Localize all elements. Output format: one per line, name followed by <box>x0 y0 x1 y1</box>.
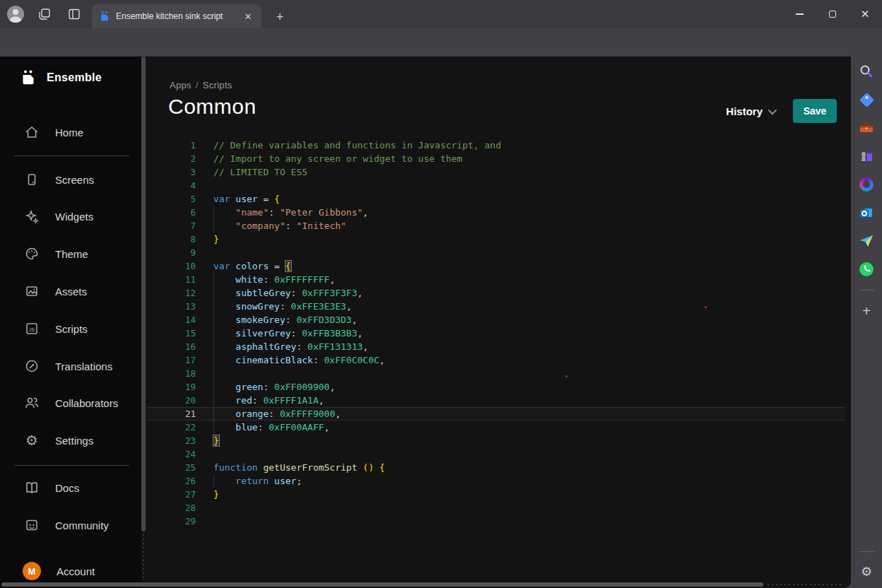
code-line[interactable]: 16 asphaltGrey: 0xFF131313, <box>146 340 845 353</box>
code-text: } <box>213 434 219 447</box>
sidebar-item-assets[interactable]: Assets <box>0 279 141 303</box>
microsoft-365-icon[interactable] <box>858 176 875 193</box>
code-line[interactable]: 13 snowGrey: 0xFFE3E3E3, <box>146 300 845 313</box>
sidebar-item-scripts[interactable]: JS Scripts <box>0 317 141 341</box>
code-line[interactable]: 5var user = { <box>146 192 845 206</box>
sidebar-item-settings[interactable]: ⚙ Settings <box>0 428 141 452</box>
line-number: 8 <box>146 233 196 246</box>
drop-icon[interactable] <box>858 233 875 249</box>
vertical-scrollbar[interactable] <box>141 57 146 588</box>
breadcrumb-separator: / <box>196 80 199 90</box>
code-line[interactable]: 3// LIMITED TO ES5 <box>146 165 845 179</box>
code-line[interactable]: 4 <box>146 179 845 192</box>
code-editor[interactable]: 1// Define variables and functions in Ja… <box>146 139 845 588</box>
ensemble-logo-icon <box>20 69 37 86</box>
browser-tab[interactable]: Ensemble kitchen sink script ✕ <box>92 4 261 28</box>
code-line[interactable]: 26 return user; <box>146 474 845 488</box>
code-line[interactable]: 1// Define variables and functions in Ja… <box>146 139 845 152</box>
sidebar-item-community[interactable]: Community <box>0 513 141 537</box>
line-number: 21 <box>146 407 196 421</box>
breadcrumb-apps[interactable]: Apps <box>170 80 192 90</box>
code-line[interactable]: 28 <box>146 501 845 514</box>
code-line[interactable]: 12 subtleGrey: 0xFFF3F3F3, <box>146 286 845 300</box>
line-number: 6 <box>146 206 196 219</box>
outlook-icon[interactable] <box>858 204 875 221</box>
code-text: } <box>213 233 219 246</box>
code-text: green: 0xFF009900, <box>213 380 335 394</box>
breadcrumb-scripts[interactable]: Scripts <box>203 80 233 90</box>
code-line[interactable]: 14 smokeGrey: 0xFFD3D3D3, <box>146 313 845 327</box>
line-number: 1 <box>146 139 196 152</box>
code-line[interactable]: 24 <box>146 447 845 461</box>
svg-text:JS: JS <box>29 327 35 333</box>
code-text: "company": "Initech" <box>213 219 346 233</box>
code-line[interactable]: 15 silverGrey: 0xFFB3B3B3, <box>146 327 845 340</box>
browser-toolbar: https://studio.ensembleui.com/app/e24402… <box>0 28 882 57</box>
line-number: 3 <box>146 165 196 179</box>
tools-icon[interactable] <box>858 119 875 136</box>
sidebar-item-theme[interactable]: Theme <box>0 242 141 266</box>
maximize-button[interactable] <box>821 4 844 25</box>
add-to-sidebar-button[interactable]: + <box>858 302 875 319</box>
sidebar-item-label: Settings <box>55 435 93 447</box>
profile-avatar[interactable] <box>7 6 24 23</box>
whatsapp-icon[interactable] <box>858 261 875 278</box>
edge-sidebar-divider <box>859 290 874 290</box>
translations-icon <box>24 358 40 374</box>
line-number: 22 <box>146 421 196 434</box>
code-line[interactable]: 18 <box>146 367 845 380</box>
collaborators-icon <box>24 395 40 411</box>
history-button[interactable]: History <box>726 105 775 117</box>
sidebar-item-screens[interactable]: Screens <box>0 167 141 192</box>
line-number: 17 <box>146 353 196 367</box>
code-line[interactable]: 20 red: 0xFFFF1A1A, <box>146 394 845 407</box>
page-title: Common <box>168 95 257 119</box>
vertical-scrollbar-thumb[interactable] <box>141 57 146 531</box>
code-line[interactable]: 10var colors = { <box>146 259 845 273</box>
sidebar-item-account[interactable]: M Account <box>0 559 141 583</box>
shopping-icon[interactable] <box>858 91 875 108</box>
sidebar-item-label: Theme <box>55 248 88 260</box>
code-line[interactable]: 6 "name": "Peter Gibbons", <box>146 206 845 219</box>
close-button[interactable]: ✕ <box>854 4 876 25</box>
vertical-tabs-icon[interactable] <box>66 6 82 22</box>
sidebar-settings-icon[interactable]: ⚙ <box>858 563 875 580</box>
sidebar-item-label: Collaborators <box>55 397 118 409</box>
code-line[interactable]: 17 cinematicBlack: 0xFF0C0C0C, <box>146 353 845 367</box>
line-number: 28 <box>146 501 196 514</box>
code-line[interactable]: 21 orange: 0xFFFF9000, <box>146 407 845 421</box>
code-text: asphaltGrey: 0xFF131313, <box>213 340 368 353</box>
new-tab-button[interactable]: + <box>271 8 288 25</box>
horizontal-scrollbar-thumb[interactable] <box>1 582 763 587</box>
save-button[interactable]: Save <box>793 99 837 123</box>
line-number: 11 <box>146 273 196 286</box>
minimize-button[interactable] <box>788 4 811 25</box>
sidebar-item-collaborators[interactable]: Collaborators <box>0 391 141 415</box>
code-line[interactable]: 22 blue: 0xFF00AAFF, <box>146 421 845 434</box>
games-icon[interactable] <box>858 148 875 165</box>
code-line[interactable]: 29 <box>146 514 845 528</box>
horizontal-scrollbar[interactable] <box>0 582 845 587</box>
search-icon[interactable] <box>858 63 875 80</box>
line-number: 15 <box>146 327 196 340</box>
sidebar-item-home[interactable]: Home <box>0 120 141 144</box>
code-line[interactable]: 9 <box>146 246 845 259</box>
red-speck <box>705 306 707 308</box>
code-line[interactable]: 2// Import to any screen or widget to us… <box>146 152 845 165</box>
sidebar-item-translations[interactable]: Translations <box>0 354 141 378</box>
code-line[interactable]: 19 green: 0xFF009900, <box>146 380 845 394</box>
workspaces-icon[interactable] <box>37 6 52 22</box>
tab-close-button[interactable]: ✕ <box>242 10 254 23</box>
line-number: 10 <box>146 259 196 273</box>
sidebar-item-docs[interactable]: Docs <box>0 476 141 500</box>
widgets-icon <box>24 208 40 224</box>
code-line[interactable]: 27} <box>146 488 845 501</box>
sidebar-item-widgets[interactable]: Widgets <box>0 204 141 228</box>
code-line[interactable]: 11 white: 0xFFFFFFFF, <box>146 273 845 286</box>
code-line[interactable]: 7 "company": "Initech" <box>146 219 845 233</box>
code-line[interactable]: 25function getUserFromScript () { <box>146 461 845 474</box>
line-number: 9 <box>146 246 196 259</box>
code-line[interactable]: 23} <box>146 434 845 447</box>
code-line[interactable]: 8} <box>146 233 845 246</box>
brand[interactable]: Ensemble <box>20 69 102 86</box>
